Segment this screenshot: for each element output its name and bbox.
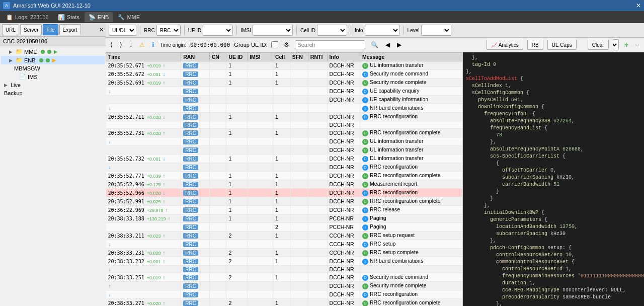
sidebar-close-icon[interactable]: ✕ <box>99 27 104 33</box>
search-config-icon[interactable]: ⚙ <box>282 41 291 49</box>
code-line: absoluteFrequencySSB 627264, <box>466 118 641 125</box>
cell-cell <box>273 282 290 290</box>
table-row[interactable]: 20:35:52.732 +0.001 ↓ RRC 1 1 DCCH-NR DD… <box>106 155 462 163</box>
sidebar-item-ims[interactable]: 📄 IMS <box>1 72 105 81</box>
table-row[interactable]: ↓ RRC DCCH-NR UUL information transfer <box>106 137 462 146</box>
code-panel[interactable]: }, tag-Id 0 }, sCellToAddModList { sCell… <box>463 52 644 306</box>
table-row[interactable]: 20:38:33.271 +0.020 ↑ RRC 2 1 DCCH-NR UR… <box>106 299 462 307</box>
cell-ran: RRC <box>181 266 209 273</box>
search-next-icon[interactable]: ▶ <box>395 41 403 49</box>
table-row[interactable]: ↓ RRC DCCH-NR DUE capability enquiry <box>106 87 462 96</box>
sidebar-item-live[interactable]: ▶ Live <box>1 81 105 89</box>
enb-tab-icon: 📡 <box>89 14 96 21</box>
cell-cn <box>209 163 226 172</box>
url-button[interactable]: URL <box>2 24 19 35</box>
nav-forward-button[interactable]: ⟩ <box>118 41 124 49</box>
alert-button[interactable]: ⚠ <box>138 41 146 49</box>
remove-button[interactable]: − <box>634 40 641 49</box>
rrc-badge: RRC <box>183 267 198 272</box>
table-row[interactable]: ↓ RRC CCCH-NR DRRC setup <box>106 240 462 249</box>
group-ueid-checkbox[interactable] <box>271 41 278 48</box>
table-row[interactable]: 20:35:52.731 +0.020 ↑ RRC 1 1 DCCH-NR UR… <box>106 129 462 137</box>
clear-dropdown[interactable] <box>613 39 619 50</box>
cellid-select[interactable] <box>317 25 347 36</box>
protocol-select[interactable]: UL/DL <box>109 25 136 36</box>
layer-select[interactable]: RRC <box>156 25 181 36</box>
analytics-button[interactable]: 📈 Analytics <box>487 40 523 50</box>
cell-ran: RRC <box>181 87 209 96</box>
rb-button[interactable]: RB <box>527 40 543 50</box>
table-row[interactable]: 20:35:52.966 +0.020 ↓ RRC 1 1 DCCH-NR DR… <box>106 189 462 197</box>
table-row[interactable]: 20:38:33.232 +0.001 ↑ RRC 2 1 DCCH-NR iN… <box>106 257 462 266</box>
cell-msg: iNR band combinations <box>360 104 462 113</box>
dl-icon: D <box>362 207 368 213</box>
table-row[interactable]: ↑ RRC DCCH-NR USecurity mode complete <box>106 282 462 290</box>
sidebar-item-enb[interactable]: ▶ 📁 ENB ▶ <box>1 56 105 64</box>
table-row[interactable]: 20:35:52.671 +0.019 ↑ RRC 1 1 DCCH-NR UU… <box>106 61 462 70</box>
cell-imsi <box>248 197 273 206</box>
table-row[interactable]: RRC DCCH-NR <box>106 121 462 129</box>
table-row[interactable]: RRC 2 PCCH-NR iPaging <box>106 223 462 232</box>
table-row[interactable]: RRC DCCH-NR iUE capability information <box>106 96 462 104</box>
cell-rnti <box>308 155 327 163</box>
search-icon[interactable]: 🔍 <box>369 41 380 49</box>
tab-enb[interactable]: 📡 ENB <box>85 12 113 22</box>
cell-sfn <box>290 70 308 79</box>
cell-cell: 1 <box>273 214 290 223</box>
ueid-select[interactable] <box>203 25 233 36</box>
cell-info: DCCH-NR <box>327 273 360 282</box>
rrc-badge: RRC <box>183 199 198 204</box>
tab-stats[interactable]: 📊 Stats <box>54 12 84 22</box>
info-button[interactable]: ℹ <box>150 41 156 49</box>
table-row[interactable]: 20:36:22.969 +29.978 ↑ RRC 1 1 DCCH-NR D… <box>106 206 462 214</box>
nav-down-button[interactable]: ↓ <box>128 41 134 49</box>
clear-button[interactable]: Clear <box>588 40 609 50</box>
export-button[interactable]: Export <box>59 24 81 35</box>
code-line: tag-Id 0 <box>466 61 641 68</box>
cell-cn <box>209 257 226 266</box>
table-row[interactable]: 20:35:52.672 +0.001 ↓ RRC 1 1 DCCH-NR DS… <box>106 70 462 79</box>
cell-imsi <box>248 290 273 299</box>
cell-sfn <box>290 232 308 240</box>
sep2 <box>184 26 185 35</box>
table-row[interactable]: 20:35:52.691 +0.019 ↑ RRC 1 1 DCCH-NR US… <box>106 79 462 87</box>
tab-mme[interactable]: 🔧 MME <box>114 12 144 22</box>
ul-icon: U <box>362 139 368 145</box>
log-table-container[interactable]: Time RAN CN UE ID IMSI Cell SFN RNTI Inf… <box>106 52 462 306</box>
sidebar-item-mbmsgw[interactable]: MBMSGW <box>1 64 105 72</box>
add-button[interactable]: + <box>623 40 630 49</box>
cell-imsi <box>248 180 273 189</box>
nav-back-button[interactable]: ⟨ <box>109 41 114 49</box>
imsi-select[interactable] <box>253 25 293 36</box>
table-row[interactable]: ↓ RRC DCCH-NR <box>106 266 462 273</box>
cell-info: DCCH-NR <box>327 137 360 146</box>
table-row[interactable]: 20:38:33.251 +0.019 ↑ RRC 2 1 DCCH-NR DS… <box>106 273 462 282</box>
sidebar-item-mme[interactable]: ▶ 📁 MME ▶ <box>1 47 105 56</box>
table-row[interactable]: RRC DCCH-NR UUL information transfer <box>106 146 462 155</box>
cell-info: DCCH-NR <box>327 163 360 172</box>
uecaps-button[interactable]: UE Caps <box>547 40 577 50</box>
table-row[interactable]: 20:35:52.711 +0.020 ↓ RRC 1 1 DCCH-NR DR… <box>106 113 462 121</box>
file-button[interactable]: File <box>43 24 58 35</box>
level-select[interactable] <box>421 25 451 36</box>
cell-rnti <box>308 129 327 137</box>
server-button[interactable]: Server <box>20 24 42 35</box>
table-row[interactable]: ↓ RRC DCCH-NR DRRC reconfiguration <box>106 290 462 299</box>
search-input[interactable] <box>295 40 365 49</box>
table-row[interactable]: 20:35:52.991 +0.025 ↑ RRC 1 1 DCCH-NR UR… <box>106 197 462 206</box>
cell-ueid <box>226 240 248 249</box>
table-row[interactable]: 20:35:52.946 +0.175 ↑ RRC 1 1 DCCH-NR UM… <box>106 180 462 189</box>
tab-logs[interactable]: 📋 Logs: 223116 <box>2 12 53 22</box>
close-button[interactable]: ✕ <box>636 2 641 9</box>
table-row[interactable]: 20:38:33.211 +0.023 ↑ RRC 2 1 CCCH-NR UR… <box>106 232 462 240</box>
table-row[interactable]: ↓ RRC iNR band combinations <box>106 104 462 113</box>
sidebar-item-backup[interactable]: Backup <box>1 89 105 97</box>
search-prev-icon[interactable]: ◀ <box>384 41 391 49</box>
table-row[interactable]: 20:38:33.231 +0.020 ↑ RRC 2 1 CCCH-NR UR… <box>106 249 462 257</box>
table-row[interactable]: 20:35:52.771 +0.039 ↑ RRC 1 1 DCCH-NR UR… <box>106 172 462 180</box>
cell-imsi <box>248 113 273 121</box>
table-row[interactable]: ↓ RRC DCCH-NR DRRC reconfiguration <box>106 163 462 172</box>
info-select[interactable] <box>365 25 400 36</box>
table-row[interactable]: 20:38:33.188 +130.219 ↑ RRC 1 1 PCCH-NR … <box>106 214 462 223</box>
sep4 <box>296 26 297 35</box>
